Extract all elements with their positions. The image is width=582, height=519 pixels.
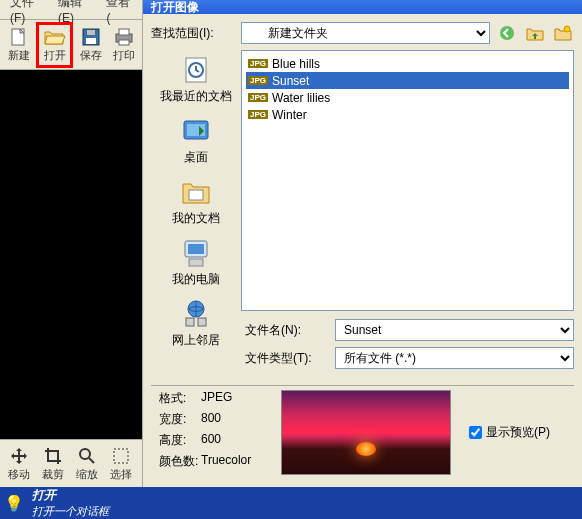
back-button[interactable]	[496, 22, 518, 44]
svg-rect-16	[189, 190, 203, 200]
filetype-dropdown[interactable]: 所有文件 (*.*)	[335, 347, 574, 369]
save-button[interactable]: 保存	[75, 27, 106, 63]
select-tool[interactable]: 选择	[105, 446, 137, 482]
lookin-label: 查找范围(I):	[151, 25, 241, 42]
file-item[interactable]: JPGBlue hills	[246, 55, 569, 72]
svg-point-10	[500, 26, 514, 40]
svg-point-7	[80, 449, 90, 459]
save-disk-icon	[79, 27, 103, 47]
svg-line-8	[89, 458, 94, 463]
filename-input[interactable]: Sunset	[335, 319, 574, 341]
open-file-dialog: 打开图像 查找范围(I): 新建文件夹 我最近的文档 桌面 我的文档 我的电脑 …	[142, 0, 582, 487]
marquee-icon	[109, 446, 133, 466]
jpg-badge-icon: JPG	[248, 76, 268, 85]
new-button[interactable]: 新建	[3, 27, 34, 63]
file-item[interactable]: JPGWinter	[246, 106, 569, 123]
place-recent[interactable]: 我最近的文档	[160, 54, 232, 105]
places-bar: 我最近的文档 桌面 我的文档 我的电脑 网上邻居	[151, 50, 241, 311]
mydocs-folder-icon	[180, 176, 212, 208]
jpg-badge-icon: JPG	[248, 93, 268, 102]
open-button[interactable]: 打开	[36, 22, 73, 68]
new-folder-button[interactable]	[552, 22, 574, 44]
svg-rect-3	[87, 30, 95, 35]
up-one-level-button[interactable]	[524, 22, 546, 44]
file-item[interactable]: JPGWater lilies	[246, 89, 569, 106]
jpg-badge-icon: JPG	[248, 110, 268, 119]
preview-panel: 格式:JPEG 宽度:800 高度:600 颜色数:Truecolor 显示预览…	[151, 385, 574, 479]
status-text: 打开 打开一个对话框	[32, 487, 109, 519]
menu-view[interactable]: 查看(	[100, 0, 138, 25]
place-mydocs[interactable]: 我的文档	[172, 176, 220, 227]
place-mycomputer[interactable]: 我的电脑	[172, 237, 220, 288]
dialog-titlebar: 打开图像	[143, 0, 582, 14]
place-desktop[interactable]: 桌面	[180, 115, 212, 166]
recent-docs-icon	[180, 54, 212, 86]
image-thumbnail	[281, 390, 451, 475]
move-arrows-icon	[7, 446, 31, 466]
svg-rect-2	[86, 38, 96, 44]
lookin-dropdown[interactable]: 新建文件夹	[241, 22, 490, 44]
open-folder-icon	[43, 27, 67, 47]
file-list[interactable]: JPGBlue hills JPGSunset JPGWater lilies …	[241, 50, 574, 311]
svg-rect-19	[189, 259, 203, 266]
magnifier-icon	[75, 446, 99, 466]
main-toolbar: 新建 打开 保存 打印	[0, 20, 142, 70]
file-item[interactable]: JPGSunset	[246, 72, 569, 89]
print-button[interactable]: 打印	[108, 27, 139, 63]
zoom-tool[interactable]: 缩放	[71, 446, 103, 482]
svg-rect-6	[119, 40, 129, 45]
printer-icon	[112, 27, 136, 47]
filetype-label: 文件类型(T):	[245, 350, 335, 367]
status-bar: 💡 打开 打开一个对话框	[0, 487, 582, 519]
show-preview-label: 显示预览(P)	[486, 424, 550, 441]
show-preview-checkbox[interactable]	[469, 426, 482, 439]
file-metadata: 格式:JPEG 宽度:800 高度:600 颜色数:Truecolor	[151, 390, 281, 475]
tools-toolbar: 移动 裁剪 缩放 选择	[0, 439, 142, 487]
menubar: 文件(F) 编辑(E) 查看(	[0, 0, 142, 20]
desktop-icon	[180, 115, 212, 147]
hint-bulb-icon: 💡	[4, 494, 24, 513]
crop-icon	[41, 446, 65, 466]
computer-icon	[180, 237, 212, 269]
svg-point-11	[564, 26, 570, 32]
svg-rect-9	[114, 449, 128, 463]
new-file-icon	[7, 27, 31, 47]
svg-rect-5	[119, 29, 129, 35]
move-tool[interactable]: 移动	[3, 446, 35, 482]
jpg-badge-icon: JPG	[248, 59, 268, 68]
crop-tool[interactable]: 裁剪	[37, 446, 69, 482]
filename-label: 文件名(N):	[245, 322, 335, 339]
svg-rect-18	[188, 244, 204, 254]
